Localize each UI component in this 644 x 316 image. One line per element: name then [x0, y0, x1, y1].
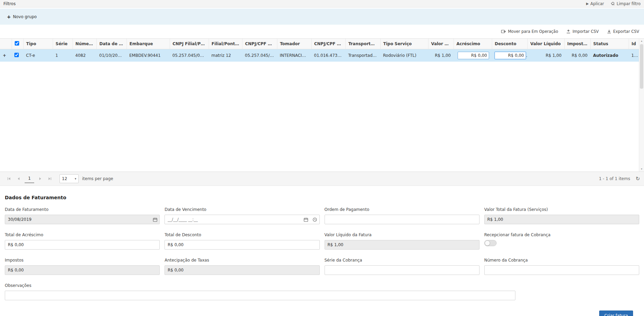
antecipacao-field: Antecipação de Taxas	[165, 258, 319, 275]
total-desconto-label: Total de Desconto	[165, 232, 319, 237]
cell-valor-bruto: R$ 1,00	[428, 49, 454, 62]
clear-filter-button[interactable]: Limpar filtro	[611, 1, 641, 6]
scroll-up-icon[interactable]: ▴	[639, 39, 644, 43]
impostos-field: Impostos	[5, 258, 160, 275]
col-header-numero[interactable]: Número	[73, 39, 96, 49]
valor-liquido-label: Valor Líquido da Fatura	[325, 232, 479, 237]
refresh-button[interactable]: ↻	[635, 176, 640, 182]
export-icon	[607, 29, 611, 34]
total-desconto-input[interactable]	[165, 240, 319, 250]
pager-range-label: 1 - 1 of 1 items	[599, 176, 630, 181]
page-size-select[interactable]: 12 ▾	[60, 174, 79, 183]
col-header-valor-liquido[interactable]: Valor Líquido	[527, 39, 564, 49]
next-page-button[interactable]	[36, 174, 45, 184]
cell-filial: matriz 12	[209, 49, 242, 62]
select-all-checkbox-cell	[12, 39, 23, 49]
row-checkbox[interactable]	[14, 53, 19, 57]
export-csv-label: Exportar CSV	[613, 29, 639, 34]
billing-section: Dados de Faturamento Data de Faturamento…	[0, 186, 644, 316]
next-page-icon	[38, 177, 42, 181]
data-vencimento-calendar-button[interactable]	[302, 215, 311, 224]
new-group-label: Novo grupo	[13, 14, 37, 19]
ordem-pagamento-label: Ordem de Pagamento	[325, 207, 479, 212]
prev-page-button[interactable]	[14, 174, 23, 184]
cell-tomador: INTERNACIONAL E ...	[277, 49, 311, 62]
col-header-tipo[interactable]: Tipo	[23, 39, 53, 49]
col-header-cnpj-tomador[interactable]: CNPJ/CPF Tomador	[242, 39, 277, 49]
col-header-embarque[interactable]: Embarque	[127, 39, 170, 49]
data-vencimento-field: Data de Vencimento	[165, 207, 319, 224]
col-header-cnpj-transportador[interactable]: CNPJ/CPF Transp...	[311, 39, 345, 49]
first-page-button[interactable]	[4, 174, 14, 184]
apply-filters-button[interactable]: ▶ Aplicar	[586, 1, 604, 6]
filters-bar: Filtros ▶ Aplicar Limpar filtro	[0, 0, 644, 8]
page-number[interactable]: 1	[25, 174, 34, 183]
serie-cobranca-input[interactable]	[325, 265, 479, 275]
scroll-down-icon[interactable]: ▾	[639, 167, 644, 172]
export-csv-button[interactable]: Exportar CSV	[607, 29, 639, 34]
criar-fatura-button[interactable]: Criar fatura	[599, 311, 633, 316]
move-to-operation-label: Mover para Em Operação	[508, 29, 558, 34]
scrollbar-thumb[interactable]	[640, 44, 643, 89]
move-to-operation-button[interactable]: Mover para Em Operação	[501, 29, 558, 34]
cell-data-emissao: 01/10/2018 11:07	[96, 49, 127, 62]
import-csv-button[interactable]: Importar CSV	[566, 29, 599, 34]
filters-title: Filtros	[3, 1, 16, 6]
last-page-button[interactable]	[45, 174, 55, 184]
plus-icon: +	[7, 14, 11, 19]
expand-row-button[interactable]: +	[0, 49, 12, 62]
col-header-filial[interactable]: Filial/Ponto de O...	[209, 39, 242, 49]
col-header-impostos[interactable]: Impostos	[564, 39, 590, 49]
calendar-icon	[153, 217, 157, 222]
col-header-cnpj-filial[interactable]: CNPJ Filial/Ponto de ...	[170, 39, 209, 49]
numero-cobranca-field: Número da Cobrança	[484, 258, 639, 275]
data-faturamento-input[interactable]	[5, 215, 150, 224]
recepcionar-toggle[interactable]	[484, 240, 497, 246]
valor-total-label: Valor Total da Fatura (Serviços)	[484, 207, 639, 212]
cell-serie: 1	[53, 49, 73, 62]
data-vencimento-input[interactable]	[165, 215, 301, 224]
cell-cnpj-transportador: 01.016.473/0001-40	[311, 49, 345, 62]
col-header-id[interactable]: Id	[629, 39, 639, 49]
ordem-pagamento-input[interactable]	[325, 215, 479, 224]
total-desconto-field: Total de Desconto	[165, 232, 319, 250]
chevron-down-icon: ▾	[75, 177, 76, 180]
col-header-tomador[interactable]: Tomador	[277, 39, 311, 49]
cell-id: 18	[629, 49, 639, 62]
col-header-acrescimo[interactable]: Acréscimo	[454, 39, 492, 49]
refresh-icon: ↻	[635, 176, 640, 182]
cell-numero: 4082	[73, 49, 96, 62]
table-row[interactable]: + CT-e 1 4082 01/10/2018 11:07 EMBDEV.90…	[0, 49, 639, 62]
desconto-input[interactable]	[495, 52, 526, 59]
data-faturamento-label: Data de Faturamento	[5, 207, 160, 212]
select-all-checkbox[interactable]	[15, 41, 19, 46]
col-header-serie[interactable]: Série	[53, 39, 73, 49]
col-header-transportador[interactable]: Transportador	[345, 39, 380, 49]
data-faturamento-calendar-button[interactable]	[150, 215, 159, 224]
new-group-button[interactable]: + Novo grupo	[3, 12, 40, 21]
observacoes-input[interactable]	[5, 291, 515, 300]
col-header-status[interactable]: Status	[590, 39, 629, 49]
groups-panel: + Novo grupo	[0, 9, 644, 25]
serie-cobranca-label: Série da Cobrança	[325, 258, 479, 263]
col-header-tipo-servico[interactable]: Tipo Serviço	[380, 39, 428, 49]
cell-impostos: R$ 0,00	[564, 49, 590, 62]
col-header-expander	[0, 39, 12, 49]
col-header-valor-bruto[interactable]: Valor Bruto	[428, 39, 454, 49]
valor-liquido-input	[325, 240, 479, 250]
toggle-knob	[485, 240, 490, 246]
acrescimo-input[interactable]	[458, 52, 489, 59]
page: Filtros ▶ Aplicar Limpar filtro + Novo g…	[0, 0, 644, 316]
data-vencimento-clock-button[interactable]	[311, 215, 319, 224]
col-header-data-emissao[interactable]: Data de Emiss...	[96, 39, 127, 49]
grid-scrollbar[interactable]: ▴ ▾	[639, 39, 644, 172]
total-acrescimo-input[interactable]	[5, 240, 160, 250]
cell-cnpj-tomador: 05.257.045/0001-60	[242, 49, 277, 62]
row-checkbox-cell	[12, 49, 23, 62]
import-icon	[566, 29, 570, 34]
observacoes-field: Observações	[5, 283, 515, 300]
valor-liquido-field: Valor Líquido da Fatura	[325, 232, 479, 250]
observacoes-label: Observações	[5, 283, 515, 288]
col-header-desconto[interactable]: Desconto	[492, 39, 527, 49]
numero-cobranca-input[interactable]	[484, 265, 639, 275]
